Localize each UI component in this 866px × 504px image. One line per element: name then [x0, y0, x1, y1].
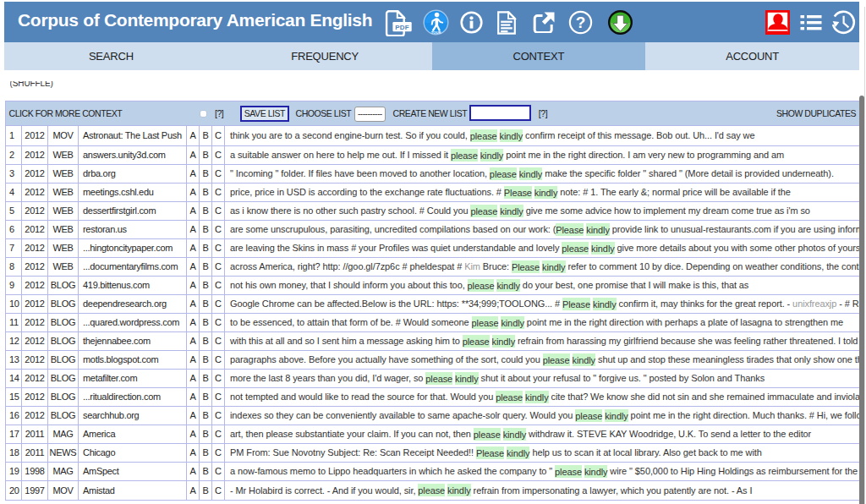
- svg-text:?: ?: [575, 14, 585, 31]
- svg-text:TOUR: TOUR: [431, 30, 441, 35]
- svg-text:PDF: PDF: [395, 24, 409, 31]
